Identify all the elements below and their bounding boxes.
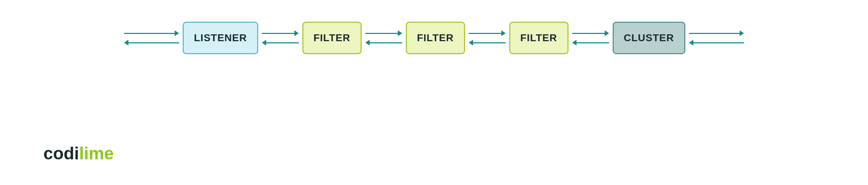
listener-label: LISTENER xyxy=(194,32,247,44)
outer-arrow-right-top xyxy=(124,30,179,36)
connector-3 xyxy=(465,30,509,46)
arrow-head xyxy=(365,40,370,46)
logo: codilime xyxy=(43,143,114,163)
arrow-line xyxy=(473,42,506,43)
arrow-head xyxy=(572,40,576,46)
arrow-left-3 xyxy=(469,40,506,46)
right-outer-arrows xyxy=(685,30,748,46)
listener-node: LISTENER xyxy=(183,22,258,54)
logo-lime-text: lime xyxy=(79,143,114,163)
arrow-line xyxy=(693,42,744,43)
arrow-head xyxy=(740,30,744,36)
arrow-left-1 xyxy=(262,40,299,46)
cluster-node: CLUSTER xyxy=(613,22,685,54)
filter1-label: FILTER xyxy=(314,32,350,44)
arrow-line xyxy=(576,42,609,43)
arrow-head xyxy=(605,30,609,36)
logo-codi-text: codi xyxy=(43,143,79,163)
filter3-label: FILTER xyxy=(520,32,557,44)
outer-arrow-right-top-right xyxy=(689,30,744,36)
filter1-node: FILTER xyxy=(302,22,362,54)
arrow-line xyxy=(128,42,179,43)
arrow-line xyxy=(689,33,740,34)
arrow-head xyxy=(262,40,266,46)
connector-4 xyxy=(569,30,613,46)
arrow-head xyxy=(294,30,299,36)
arrow-line xyxy=(370,42,402,43)
arrow-head xyxy=(175,30,179,36)
filter2-node: FILTER xyxy=(406,22,465,54)
arrow-line xyxy=(124,33,175,34)
arrow-line xyxy=(262,33,294,34)
arrow-right-3 xyxy=(469,30,506,36)
arrow-right-4 xyxy=(572,30,609,36)
connector-1 xyxy=(258,30,302,46)
outer-arrow-left-bottom-right xyxy=(689,40,744,46)
arrow-left-2 xyxy=(365,40,402,46)
cluster-label: CLUSTER xyxy=(624,32,674,44)
outer-arrow-left-bottom xyxy=(124,40,179,46)
arrow-head xyxy=(689,40,693,46)
arrow-head xyxy=(469,40,473,46)
filter3-node: FILTER xyxy=(509,22,569,54)
arrow-line xyxy=(572,33,605,34)
arrow-head xyxy=(501,30,506,36)
filter2-label: FILTER xyxy=(417,32,454,44)
arrow-line xyxy=(365,33,398,34)
arrow-right-2 xyxy=(365,30,402,36)
arrow-line xyxy=(266,42,299,43)
connector-2 xyxy=(362,30,406,46)
arrow-line xyxy=(469,33,501,34)
diagram: LISTENER FILTER FILTER xyxy=(0,22,868,54)
left-outer-arrows xyxy=(120,30,183,46)
arrow-right-1 xyxy=(262,30,299,36)
arrow-head xyxy=(124,40,128,46)
arrow-left-4 xyxy=(572,40,609,46)
arrow-head xyxy=(398,30,402,36)
